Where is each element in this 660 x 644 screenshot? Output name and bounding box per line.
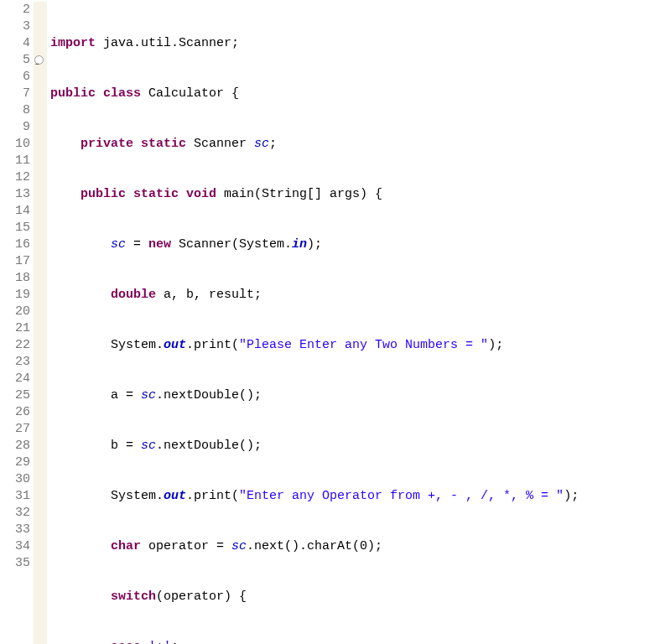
fold-toggle-icon[interactable]: − — [34, 55, 44, 65]
code-editor[interactable]: 2 3 4 5 6 7 8 9 10 11 12 13 14 15 16 17 … — [0, 0, 660, 644]
code-area[interactable]: import java.util.Scanner; public class C… — [47, 2, 660, 644]
line-number-gutter: 2 3 4 5 6 7 8 9 10 11 12 13 14 15 16 17 … — [0, 2, 34, 644]
folding-ruler[interactable]: − — [34, 2, 47, 644]
